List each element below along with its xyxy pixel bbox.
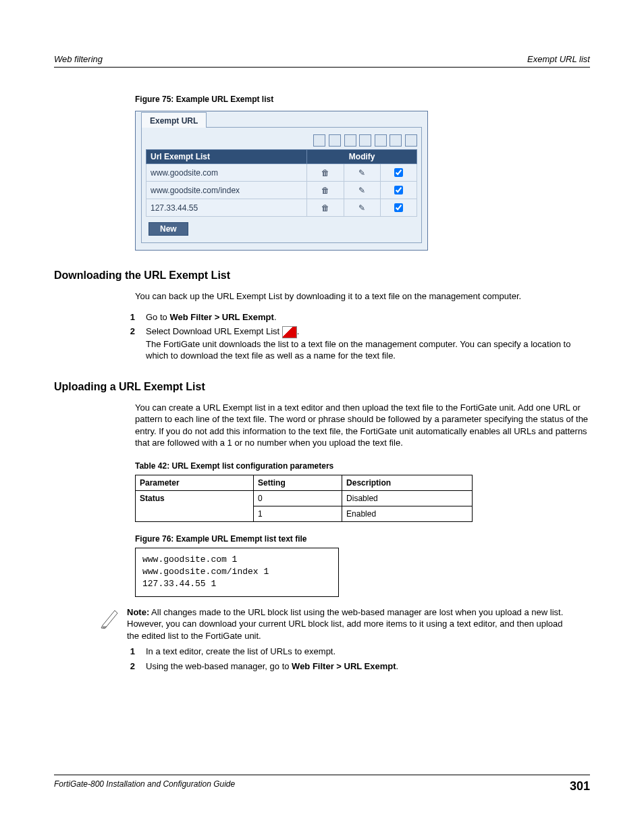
col-modify-header: Modify — [307, 150, 417, 164]
download-steps: 1 Go to Web Filter > URL Exempt. 2 Selec… — [108, 311, 590, 362]
td-setting-1: 1 — [254, 506, 342, 521]
step-number: 1 — [108, 311, 146, 323]
table-42: Parameter Setting Description Status 0 D… — [135, 475, 473, 522]
edit-icon[interactable]: ✎ — [357, 203, 367, 213]
delete-icon[interactable]: 🗑 — [321, 203, 330, 213]
url-cell: 127.33.44.55 — [146, 199, 307, 217]
upload-intro: You can create a URL Exempt list in a te… — [135, 402, 590, 449]
step-text: Using the web-based manager, go to Web F… — [146, 660, 583, 673]
toolbar-icon-4[interactable] — [359, 134, 371, 147]
th-setting: Setting — [254, 475, 342, 490]
step-text: In a text editor, create the list of URL… — [146, 646, 583, 658]
step-number: 2 — [108, 325, 146, 362]
table-row: 127.33.44.55 🗑 ✎ — [146, 199, 417, 217]
page-number: 301 — [570, 779, 590, 793]
note-block: Note: All changes made to the URL block … — [95, 606, 590, 642]
note-icon — [95, 606, 127, 633]
note-text: Note: All changes made to the URL block … — [127, 606, 576, 642]
edit-icon[interactable]: ✎ — [357, 168, 367, 178]
table-row: www.goodsite.com 🗑 ✎ — [146, 164, 417, 182]
footer-title: FortiGate-800 Installation and Configura… — [54, 779, 235, 793]
delete-icon[interactable]: 🗑 — [321, 168, 330, 178]
step-text: Go to Web Filter > URL Exempt. — [146, 311, 583, 323]
edit-icon[interactable]: ✎ — [357, 186, 367, 195]
td-setting-0: 0 — [254, 490, 342, 506]
step-number: 1 — [108, 646, 146, 658]
td-status: Status — [136, 490, 254, 521]
enable-checkbox[interactable] — [394, 186, 403, 194]
toolbar-icon-1[interactable] — [313, 134, 325, 147]
toolbar-icon-2[interactable] — [329, 134, 341, 147]
figure-75-caption: Figure 75: Example URL Exempt list — [135, 95, 590, 104]
toolbar-icon-7[interactable] — [405, 134, 417, 147]
exempt-url-tab[interactable]: Exempt URL — [141, 112, 207, 128]
td-desc-enabled: Enabled — [342, 506, 473, 521]
enable-checkbox[interactable] — [394, 203, 403, 212]
toolbar-icon-3[interactable] — [344, 134, 356, 147]
url-cell: www.goodsite.com — [146, 164, 307, 182]
upload-steps: 1 In a text editor, create the list of U… — [108, 646, 590, 672]
figure-76-caption: Figure 76: Example URL Emempt list text … — [135, 534, 590, 544]
col-url-header: Url Exempt List — [146, 150, 307, 164]
section-download-heading: Downloading the URL Exempt List — [54, 269, 590, 282]
download-list-icon — [282, 326, 297, 338]
header-left: Web filtering — [54, 54, 103, 64]
page-footer: FortiGate-800 Installation and Configura… — [54, 775, 590, 793]
url-exempt-table: Url Exempt List Modify www.goodsite.com … — [146, 149, 417, 217]
table-row: www.goodsite.com/index 🗑 ✎ — [146, 182, 417, 199]
delete-icon[interactable]: 🗑 — [321, 186, 330, 195]
enable-checkbox[interactable] — [394, 168, 403, 177]
th-description: Description — [342, 475, 473, 490]
exempt-url-screenshot: Exempt URL Url Exempt List Modify — [135, 111, 428, 251]
td-desc-disabled: Disabled — [342, 490, 473, 506]
toolbar-icon-6[interactable] — [390, 134, 402, 147]
example-text-file: www.goodsite.com 1 www.goodsite.com/inde… — [135, 548, 339, 597]
toolbar-icon-5[interactable] — [375, 134, 387, 147]
download-intro: You can back up the URL Exempt List by d… — [135, 290, 590, 303]
section-upload-heading: Uploading a URL Exempt List — [54, 381, 590, 393]
table-42-caption: Table 42: URL Exempt list configuration … — [135, 461, 590, 471]
step-text: Select Download URL Exempt List . The Fo… — [146, 325, 583, 362]
running-header: Web filtering Exempt URL list — [54, 54, 590, 68]
step-number: 2 — [108, 660, 146, 673]
header-right: Exempt URL list — [527, 54, 590, 64]
th-parameter: Parameter — [136, 475, 254, 490]
url-cell: www.goodsite.com/index — [146, 182, 307, 199]
toolbar — [146, 132, 417, 149]
new-button[interactable]: New — [149, 222, 188, 236]
